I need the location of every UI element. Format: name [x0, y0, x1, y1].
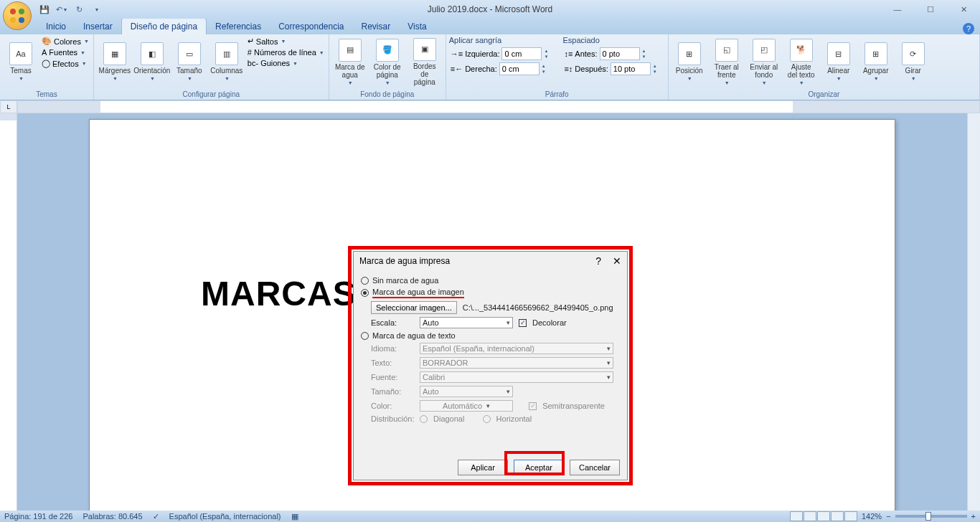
dialog-title: Marca de agua impresa [359, 256, 450, 266]
title-bar: 💾 ↶▼ ↻ ▼ Julio 2019.docx - Microsoft Wor… [0, 0, 980, 19]
aplicar-button[interactable]: Aplicar [458, 460, 508, 475]
margenes-button[interactable]: ▦Márgenes▼ [97, 36, 133, 87]
vertical-scrollbar[interactable] [967, 113, 980, 511]
dialog-help-button[interactable]: ? [595, 255, 601, 267]
alinear-button[interactable]: ⊟Alinear▼ [821, 36, 857, 87]
bordes-pagina-button[interactable]: ▣Bordes de página [407, 36, 443, 87]
fuentes-button[interactable]: AFuentes▼ [40, 47, 90, 57]
word-count[interactable]: Palabras: 80.645 [83, 512, 142, 521]
radio-horizontal [483, 415, 491, 423]
saltos-button[interactable]: ↵Saltos▼ [246, 36, 326, 47]
temas-button[interactable]: Aa Temas ▼ [3, 36, 39, 87]
fonts-icon: A [42, 48, 47, 57]
posicion-button[interactable]: ⊞Posición▼ [672, 36, 707, 87]
window-title: Julio 2019.docx - Microsoft Word [428, 4, 553, 14]
numeros-linea-button[interactable]: #Números de línea▼ [246, 47, 326, 57]
radio-no-watermark[interactable]: Sin marca de agua [361, 275, 620, 286]
indent-left-input[interactable] [501, 47, 542, 60]
fuente-select: Calibri▾ [420, 371, 613, 383]
horizontal-ruler: L [0, 100, 980, 113]
tab-vista[interactable]: Vista [399, 19, 435, 34]
undo-icon[interactable]: ↶▼ [55, 2, 69, 16]
color-select: Automático▾ [420, 400, 513, 412]
space-after-input[interactable] [611, 62, 651, 75]
tab-correspondencia[interactable]: Correspondencia [270, 19, 352, 34]
window-controls: — ☐ ✕ [881, 0, 980, 19]
document-area: MARCAS Marca de agua impresa ? ✕ Sin mar… [0, 113, 980, 511]
traer-frente-button[interactable]: ◱Traer al frente▼ [709, 36, 745, 87]
language-status[interactable]: Español (España, internacional) [169, 512, 281, 521]
columns-icon: ▥ [215, 42, 238, 65]
tab-inicio[interactable]: Inicio [37, 19, 75, 34]
indent-right-row: ≡←Derecha:▲▼ [449, 62, 550, 76]
indent-right-input[interactable] [499, 62, 540, 75]
select-image-button[interactable]: Seleccionar imagen... [371, 301, 457, 314]
rotate-icon: ⟳ [902, 42, 925, 65]
tamano-button[interactable]: ▭Tamaño▼ [171, 36, 207, 87]
dialog-close-button[interactable]: ✕ [613, 255, 621, 267]
zoom-slider[interactable] [895, 515, 967, 518]
view-buttons [790, 511, 857, 521]
view-outline[interactable] [831, 511, 844, 521]
office-button[interactable] [3, 1, 32, 30]
save-icon[interactable]: 💾 [37, 2, 52, 16]
escala-select[interactable]: Auto▾ [420, 317, 513, 328]
group-icon: ⊞ [864, 42, 887, 65]
macro-icon[interactable]: ▦ [291, 512, 298, 521]
ajuste-texto-button[interactable]: 🐕Ajuste del texto▼ [783, 36, 819, 87]
tab-diseno-pagina[interactable]: Diseño de página [121, 18, 207, 34]
tab-insertar[interactable]: Insertar [75, 19, 121, 34]
margins-icon: ▦ [103, 42, 126, 65]
enviar-fondo-button[interactable]: ◰Enviar al fondo▼ [746, 36, 782, 87]
send-back-icon: ◰ [753, 39, 776, 62]
radio-text-watermark[interactable]: Marca de agua de texto [361, 330, 620, 341]
dialog-titlebar[interactable]: Marca de agua impresa ? ✕ [354, 252, 627, 270]
view-web[interactable] [817, 511, 830, 521]
cancelar-button[interactable]: Cancelar [570, 460, 620, 475]
zoom-in-button[interactable]: + [971, 512, 976, 521]
spin-up[interactable]: ▲ [544, 48, 548, 54]
page-status[interactable]: Página: 191 de 226 [4, 512, 72, 521]
decolorar-checkbox[interactable]: ✓ [519, 319, 527, 327]
girar-button[interactable]: ⟳Girar▼ [895, 36, 931, 87]
marca-agua-button[interactable]: ▤Marca de agua▼ [332, 36, 368, 87]
dialog-highlight: Marca de agua impresa ? ✕ Sin marca de a… [348, 246, 633, 485]
proofing-icon[interactable]: ✓ [153, 512, 159, 521]
orientation-icon: ◧ [141, 42, 164, 65]
columnas-button[interactable]: ▥Columnas▼ [209, 36, 245, 87]
tab-selector[interactable]: L [0, 100, 17, 113]
help-button[interactable]: ? [963, 23, 974, 34]
tab-revisar[interactable]: Revisar [353, 19, 400, 34]
maximize-button[interactable]: ☐ [914, 0, 947, 19]
spin-down[interactable]: ▼ [544, 54, 548, 60]
view-draft[interactable] [844, 511, 857, 521]
space-after-icon: ≡↕ [564, 65, 573, 73]
space-before-input[interactable] [600, 47, 640, 60]
orientacion-button[interactable]: ◧Orientación▼ [134, 36, 170, 87]
color-pagina-button[interactable]: 🪣Color de página▼ [369, 36, 405, 87]
colores-button[interactable]: 🎨Colores▼ [40, 36, 90, 47]
pagecolor-icon: 🪣 [376, 39, 399, 62]
document-text[interactable]: MARCAS [201, 274, 357, 313]
view-print-layout[interactable] [790, 511, 803, 521]
view-fullscreen[interactable] [804, 511, 816, 521]
guiones-button[interactable]: bc-Guiones▼ [246, 58, 326, 68]
bring-front-icon: ◱ [715, 39, 738, 62]
qat-customize-icon[interactable]: ▼ [90, 2, 104, 16]
close-button[interactable]: ✕ [947, 0, 980, 19]
texto-select: BORRADOR▾ [420, 357, 613, 369]
redo-icon[interactable]: ↻ [72, 2, 86, 16]
zoom-label[interactable]: 142% [862, 512, 882, 521]
minimize-button[interactable]: — [881, 0, 914, 19]
agrupar-button[interactable]: ⊞Agrupar▼ [858, 36, 894, 87]
space-after-row: ≡↕Después:▲▼ [562, 62, 658, 76]
image-path-text: C:\..._534441466569662_84499405_o.png [463, 303, 613, 312]
position-icon: ⊞ [678, 42, 701, 65]
vertical-ruler[interactable] [0, 113, 17, 511]
zoom-out-button[interactable]: − [886, 512, 890, 521]
radio-image-watermark[interactable]: Marca de agua de imagen [361, 286, 620, 300]
efectos-button[interactable]: ◯Efectos▼ [40, 58, 90, 69]
textwrap-icon: 🐕 [790, 39, 813, 62]
effects-icon: ◯ [42, 59, 50, 68]
tab-referencias[interactable]: Referencias [207, 19, 270, 34]
